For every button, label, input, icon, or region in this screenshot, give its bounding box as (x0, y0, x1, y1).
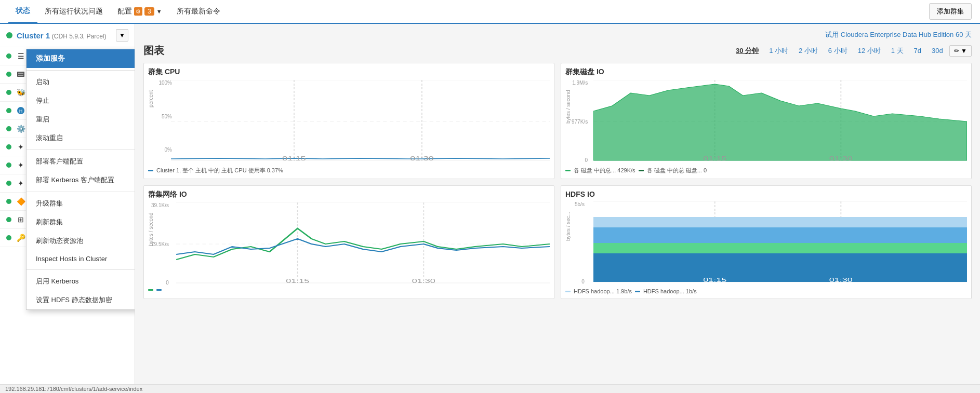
svg-marker-32 (593, 217, 967, 227)
add-cluster-button[interactable]: 添加群集 (929, 3, 972, 20)
svg-text:H: H (19, 109, 23, 114)
chart-network-title: 群集网络 IO (148, 190, 550, 199)
svg-text:01:15: 01:15 (286, 278, 309, 284)
service-status-dot (6, 90, 11, 95)
service-status-dot (6, 72, 11, 77)
time-btn-2h[interactable]: 2 小时 (794, 45, 822, 57)
chart-hdfs-title: HDFS IO (565, 190, 967, 198)
nav-item-status[interactable]: 状态 (8, 0, 37, 23)
nav-item-config[interactable]: 配置 ⚙ 3 ▼ (110, 1, 169, 22)
legend-dot-cpu (148, 170, 153, 171)
dropdown-item-add-service[interactable]: 添加服务 (27, 49, 135, 68)
dropdown-item-enable-kerberos[interactable]: 启用 Kerberos (27, 272, 135, 291)
charts-header: 图表 30 分钟 1 小时 2 小时 6 小时 12 小时 1 天 7d 30d… (143, 44, 972, 58)
config-badge: 3 (144, 7, 154, 16)
sidebar: Cluster 1 (CDH 5.9.3, Parcel) ▼ 添加服务 启动 … (0, 24, 135, 393)
cluster-dropdown-button[interactable]: ▼ (116, 29, 128, 42)
charts-grid: 群集 CPU percent 100%50%0% (143, 63, 972, 299)
time-btn-1h[interactable]: 1 小时 (765, 45, 792, 57)
chevron-down-icon[interactable]: ▼ (156, 8, 162, 15)
cluster-dropdown-menu: 添加服务 启动 停止 重启 滚动重启 部署客户端配置 部署 Kerberos 客… (26, 49, 135, 310)
time-btn-12h[interactable]: 12 小时 (854, 45, 885, 57)
chart-card-cpu: 群集 CPU percent 100%50%0% (143, 63, 554, 179)
dropdown-divider-2 (27, 150, 135, 150)
dropdown-item-restart[interactable]: 重启 (27, 110, 135, 129)
service-status-dot (6, 144, 11, 150)
legend-dot-disk2 (639, 170, 644, 171)
time-btn-1d[interactable]: 1 天 (887, 45, 908, 57)
dropdown-item-start[interactable]: 启动 (27, 73, 135, 91)
legend-dot-hdfs1 (565, 291, 571, 292)
time-btn-7d[interactable]: 7d (910, 45, 925, 56)
dropdown-item-refresh-dynamic-pools[interactable]: 刷新动态资源池 (27, 232, 135, 250)
edit-charts-button[interactable]: ✏ ▼ (949, 45, 972, 57)
dropdown-item-upgrade-cluster[interactable]: 升级群集 (27, 194, 135, 213)
service-status-dot (6, 108, 11, 113)
chart-hdfs-svg: 01:15 01:30 (593, 201, 967, 284)
svg-marker-17 (593, 84, 967, 160)
chart-card-hdfs: HDFS IO bytes / sec... 5b/s0 (561, 185, 972, 299)
chart-network-legend (148, 289, 550, 291)
right-panel: 试用 Cloudera Enterprise Data Hub Edition … (135, 24, 980, 393)
nav-item-health-issues[interactable]: 所有运行状况问题 (37, 1, 110, 22)
dropdown-item-hdfs-encryption[interactable]: 设置 HDFS 静态数据加密 (27, 291, 135, 309)
hue-icon: H (16, 105, 26, 116)
chart-disk-title: 群集磁盘 IO (565, 67, 967, 77)
dropdown-divider-4 (27, 269, 135, 270)
top-nav-right: 添加群集 (929, 3, 972, 20)
svg-text:01:30: 01:30 (829, 277, 853, 283)
cluster-version: (CDH 5.9.3, Parcel) (52, 33, 107, 40)
svg-text:01:30: 01:30 (410, 156, 434, 161)
chart-card-network: 群集网络 IO bytes / second 39.1K/s19.5K/s0 (143, 185, 554, 299)
dropdown-item-deploy-client[interactable]: 部署客户端配置 (27, 152, 135, 171)
chart-hdfs-legend: HDFS hadoop... 1.9b/s HDFS hadoop... 1b/… (565, 288, 967, 294)
dropdown-item-inspect-hosts[interactable]: Inspect Hosts in Cluster (27, 250, 135, 267)
dropdown-item-refresh-cluster[interactable]: 刷新群集 (27, 213, 135, 232)
dropdown-item-deploy-kerberos-client[interactable]: 部署 Kerberos 客户端配置 (27, 171, 135, 189)
legend-dot-net1 (148, 289, 153, 291)
charts-title: 图表 (143, 44, 164, 58)
service-status-dot (6, 181, 11, 186)
status-bar: 192.168.29.181:7180/cmf/clusters/1/add-s… (0, 384, 980, 393)
oozie-icon: ⚙️ (16, 124, 26, 134)
svg-rect-1 (18, 73, 23, 74)
svg-text:01:30: 01:30 (829, 156, 853, 161)
svg-marker-35 (593, 253, 967, 282)
time-btn-30d[interactable]: 30d (928, 45, 947, 56)
svg-text:01:30: 01:30 (412, 278, 435, 284)
top-navigation: 状态 所有运行状况问题 配置 ⚙ 3 ▼ 所有最新命令 添加群集 (0, 0, 980, 24)
spark2-icon: ✦ (16, 178, 26, 188)
dropdown-divider-3 (27, 192, 135, 192)
nav-item-commands[interactable]: 所有最新命令 (169, 1, 228, 22)
chart-disk-legend: 各 磁盘 中的总... 429K/s 各 磁盘 中的总 磁盘... 0 (565, 167, 967, 174)
svg-text:01:15: 01:15 (703, 277, 726, 283)
cluster-header: Cluster 1 (CDH 5.9.3, Parcel) ▼ (0, 24, 135, 47)
main-content: Cluster 1 (CDH 5.9.3, Parcel) ▼ 添加服务 启动 … (0, 24, 980, 393)
chart-card-disk: 群集磁盘 IO bytes / second 1.9M/s977K/s0 (561, 63, 972, 179)
svg-marker-33 (593, 227, 967, 243)
cluster-status-dot (6, 32, 12, 38)
chart-cpu-legend: Cluster 1, 整个 主机 中的 主机 CPU 使用率 0.37% (148, 167, 550, 174)
gear-icon: ⚙ (134, 7, 142, 16)
hive-icon: 🐝 (16, 87, 26, 98)
service-status-dot (6, 53, 11, 59)
dropdown-item-stop[interactable]: 停止 (27, 91, 135, 110)
chart-cpu-title: 群集 CPU (148, 67, 550, 77)
cluster-name[interactable]: Cluster 1 (17, 31, 50, 40)
spark-standalone-icon: ✦ (16, 160, 26, 170)
zookeeper-icon: 🔑 (16, 233, 26, 243)
svg-marker-34 (593, 243, 967, 253)
legend-dot-disk1 (565, 170, 571, 171)
time-btn-30min[interactable]: 30 分钟 (732, 45, 763, 57)
trial-banner[interactable]: 试用 Cloudera Enterprise Data Hub Edition … (143, 30, 972, 39)
svg-text:01:15: 01:15 (703, 156, 726, 161)
svg-rect-0 (17, 72, 24, 77)
service-status-dot (6, 162, 11, 168)
chart-disk-svg: 01:15 01:30 (593, 80, 967, 163)
time-buttons: 30 分钟 1 小时 2 小时 6 小时 12 小时 1 天 7d 30d ✏ … (732, 45, 972, 57)
legend-dot-net2 (156, 289, 162, 291)
time-btn-6h[interactable]: 6 小时 (824, 45, 852, 57)
yarn-icon: ⊞ (16, 214, 26, 225)
service-status-dot (6, 217, 11, 222)
dropdown-item-rolling-restart[interactable]: 滚动重启 (27, 129, 135, 147)
